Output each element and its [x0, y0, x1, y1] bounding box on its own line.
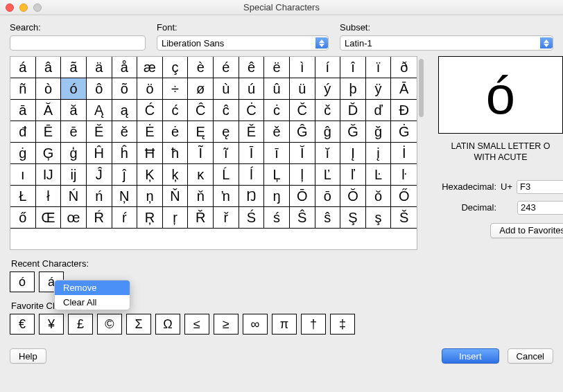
hex-input[interactable]: [517, 180, 563, 194]
char-cell[interactable]: Ę: [188, 121, 214, 143]
char-cell[interactable]: ĸ: [188, 164, 214, 186]
char-cell[interactable]: ś: [264, 207, 290, 229]
font-select[interactable]: Liberation Sans: [157, 35, 329, 51]
char-cell[interactable]: ŉ: [214, 186, 239, 207]
help-button[interactable]: Help: [10, 348, 46, 364]
subset-select[interactable]: Latin-1: [340, 35, 553, 51]
favorite-char-cell[interactable]: π: [272, 314, 297, 335]
char-cell[interactable]: ē: [61, 121, 87, 143]
char-cell[interactable]: Œ: [36, 207, 62, 229]
favorite-char-cell[interactable]: £: [68, 314, 93, 335]
char-cell[interactable]: Ĉ: [188, 100, 214, 121]
char-cell[interactable]: ô: [87, 78, 112, 100]
char-cell[interactable]: ć: [163, 100, 189, 121]
char-cell[interactable]: œ: [61, 207, 87, 229]
char-cell[interactable]: ì: [290, 57, 315, 78]
char-cell[interactable]: ÷: [163, 78, 189, 100]
favorite-char-cell[interactable]: ‡: [330, 314, 355, 335]
char-cell[interactable]: ă: [61, 100, 87, 121]
char-cell[interactable]: ŗ: [163, 207, 189, 229]
char-cell[interactable]: ġ: [10, 143, 36, 164]
char-cell[interactable]: ā: [10, 100, 36, 121]
char-cell[interactable]: ą: [112, 100, 138, 121]
char-cell[interactable]: đ: [10, 121, 36, 143]
char-cell[interactable]: Ł: [10, 186, 36, 207]
favorite-char-cell[interactable]: ¥: [39, 314, 64, 335]
char-cell[interactable]: õ: [112, 78, 138, 100]
char-cell[interactable]: Ă: [36, 100, 62, 121]
char-cell[interactable]: ņ: [137, 186, 163, 207]
char-cell[interactable]: Ā: [391, 78, 417, 100]
recent-char-cell[interactable]: ó: [10, 271, 35, 292]
char-cell[interactable]: ě: [264, 121, 290, 143]
favorite-char-cell[interactable]: ≤: [184, 314, 209, 335]
char-cell[interactable]: Ě: [239, 121, 265, 143]
char-cell[interactable]: å: [112, 57, 138, 78]
char-cell[interactable]: ñ: [10, 78, 36, 100]
char-cell[interactable]: ĥ: [112, 143, 138, 164]
char-cell[interactable]: î: [340, 57, 366, 78]
char-cell[interactable]: Ĺ: [214, 164, 239, 186]
char-cell[interactable]: þ: [340, 78, 366, 100]
char-cell[interactable]: ŀ: [391, 164, 417, 186]
char-cell[interactable]: Ŕ: [87, 207, 112, 229]
char-cell[interactable]: Ŋ: [239, 186, 265, 207]
char-cell[interactable]: Ĥ: [87, 143, 112, 164]
char-cell[interactable]: Ľ: [315, 164, 341, 186]
char-cell[interactable]: Ń: [61, 186, 87, 207]
char-cell[interactable]: ü: [290, 78, 315, 100]
add-to-favorites-button[interactable]: Add to Favorites: [490, 223, 563, 238]
char-cell[interactable]: í: [315, 57, 341, 78]
char-cell[interactable]: Ő: [391, 186, 417, 207]
char-cell[interactable]: Ć: [137, 100, 163, 121]
menu-remove[interactable]: Remove: [55, 280, 130, 295]
char-cell[interactable]: Ŏ: [340, 186, 366, 207]
char-cell[interactable]: ç: [163, 57, 189, 78]
char-cell[interactable]: ń: [87, 186, 112, 207]
char-cell[interactable]: č: [315, 100, 341, 121]
char-cell[interactable]: ï: [366, 57, 392, 78]
char-cell[interactable]: ş: [366, 207, 392, 229]
char-cell[interactable]: ł: [36, 186, 62, 207]
char-cell[interactable]: Ĵ: [87, 164, 112, 186]
char-cell[interactable]: ő: [10, 207, 36, 229]
char-cell[interactable]: ę: [214, 121, 239, 143]
char-cell[interactable]: ÿ: [366, 78, 392, 100]
char-cell[interactable]: ö: [137, 78, 163, 100]
char-cell[interactable]: Ĳ: [36, 164, 62, 186]
char-cell[interactable]: Į: [340, 143, 366, 164]
char-cell[interactable]: è: [188, 57, 214, 78]
char-cell[interactable]: Ĭ: [290, 143, 315, 164]
char-cell[interactable]: Ś: [239, 207, 265, 229]
char-cell[interactable]: ĵ: [112, 164, 138, 186]
char-cell[interactable]: Ŝ: [290, 207, 315, 229]
favorite-char-cell[interactable]: €: [10, 314, 35, 335]
char-cell[interactable]: ė: [163, 121, 189, 143]
char-cell[interactable]: Š: [391, 207, 417, 229]
char-cell[interactable]: ó: [61, 78, 87, 100]
char-cell[interactable]: ĺ: [239, 164, 265, 186]
char-cell[interactable]: ĉ: [214, 100, 239, 121]
char-cell[interactable]: Ŀ: [366, 164, 392, 186]
char-cell[interactable]: Ď: [340, 100, 366, 121]
cancel-button[interactable]: Cancel: [508, 348, 553, 364]
char-cell[interactable]: Ċ: [239, 100, 265, 121]
char-cell[interactable]: Ĕ: [87, 121, 112, 143]
char-cell[interactable]: ë: [264, 57, 290, 78]
char-cell[interactable]: ŝ: [315, 207, 341, 229]
dec-input[interactable]: [517, 201, 563, 215]
char-cell[interactable]: ħ: [163, 143, 189, 164]
char-cell[interactable]: ø: [188, 78, 214, 100]
char-cell[interactable]: ľ: [340, 164, 366, 186]
char-cell[interactable]: ļ: [290, 164, 315, 186]
char-cell[interactable]: ê: [239, 57, 265, 78]
char-cell[interactable]: ĕ: [112, 121, 138, 143]
char-cell[interactable]: Ļ: [264, 164, 290, 186]
char-cell[interactable]: Ħ: [137, 143, 163, 164]
insert-button[interactable]: Insert: [442, 348, 499, 364]
char-cell[interactable]: Ķ: [137, 164, 163, 186]
char-cell[interactable]: ď: [366, 100, 392, 121]
char-cell[interactable]: á: [10, 57, 36, 78]
char-cell[interactable]: é: [214, 57, 239, 78]
char-cell[interactable]: ŏ: [366, 186, 392, 207]
